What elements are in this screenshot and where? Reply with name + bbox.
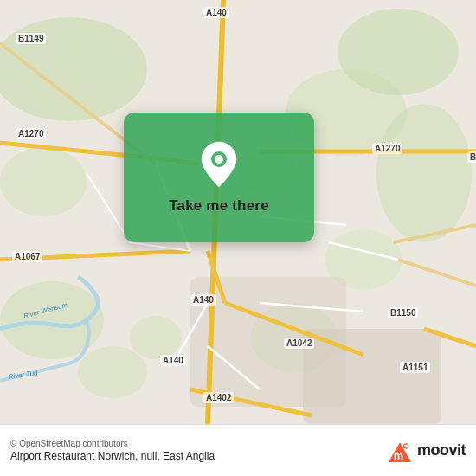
road-label-a140-mid: A140 [190,294,216,306]
attribution-text: © OpenStreetMap contributors [10,439,386,448]
road-label-a1151: A1151 [400,362,430,373]
svg-text:m: m [394,449,403,462]
road-label-a140-top: A140 [203,7,229,18]
road-label-a1270-e: A1270 [372,143,402,154]
svg-rect-13 [303,329,441,424]
road-label-a140-bot: A140 [160,355,186,366]
overlay-card: Take me there [124,113,314,242]
take-me-there-button[interactable]: Take me there [169,197,269,215]
road-label-a1402: A1402 [203,392,234,403]
svg-point-43 [404,444,408,447]
map-pin-icon [200,140,238,189]
svg-point-9 [0,147,87,216]
svg-point-10 [130,316,182,359]
road-label-a1270-nw: A1270 [16,128,46,139]
road-label-b1150: B1150 [388,307,418,318]
moovit-logo: m moovit [386,437,466,465]
road-label-b-right: B [467,151,476,163]
road-label-a1067: A1067 [12,251,42,262]
moovit-icon: m [386,437,414,465]
road-label-a1042: A1042 [284,338,314,349]
bottom-bar: © OpenStreetMap contributors Airport Res… [0,424,476,476]
map-container: River Wensum River Tud [0,0,476,424]
moovit-logo-text: moovit [417,441,466,460]
svg-point-39 [215,155,223,164]
location-info: Airport Restaurant Norwich, null, East A… [10,450,331,462]
svg-point-6 [78,346,147,398]
road-label-b1149: B1149 [16,33,46,44]
